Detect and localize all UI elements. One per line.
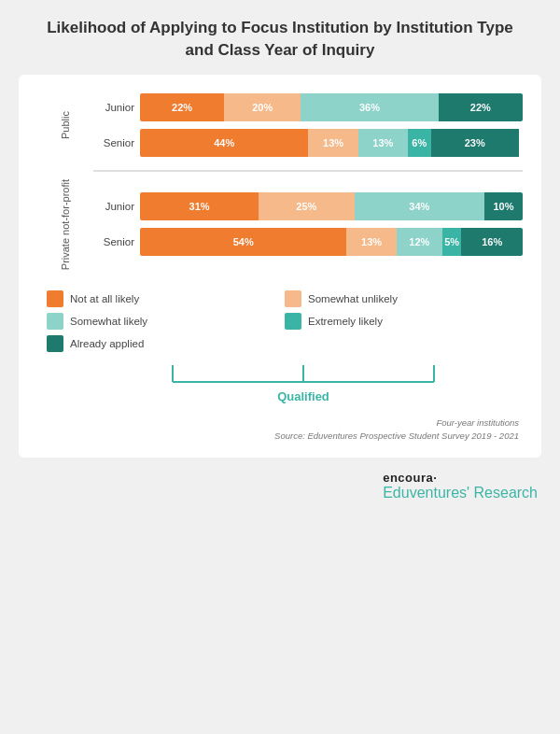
segment-0-0-4: 22% <box>439 93 523 121</box>
row-label-0-0: Junior <box>93 102 134 113</box>
legend-swatch-4 <box>47 335 63 352</box>
chart-group-0: PublicJunior22%20%36%22%Senior44%13%13%6… <box>37 93 523 157</box>
bar-0-1: 44%13%13%6%23% <box>140 129 523 157</box>
footer: encoura· Eduventures' Research <box>19 471 541 501</box>
legend-swatch-3 <box>285 313 301 330</box>
segment-0-1-0: 44% <box>140 129 308 157</box>
legend: Not at all likelySomewhat unlikelySomewh… <box>37 290 523 352</box>
bar-row-0-1: Senior44%13%13%6%23% <box>93 129 523 157</box>
legend-label-3: Extremely likely <box>308 316 383 327</box>
title-area: Likelihood of Applying to Focus Institut… <box>0 0 560 71</box>
chart-area: PublicJunior22%20%36%22%Senior44%13%13%6… <box>37 93 523 275</box>
card: PublicJunior22%20%36%22%Senior44%13%13%6… <box>19 75 541 459</box>
bar-row-1-1: Senior54%13%12%5%16% <box>93 228 523 256</box>
legend-label-4: Already applied <box>70 338 144 349</box>
legend-label-0: Not at all likely <box>70 293 139 304</box>
segment-1-1-1: 13% <box>346 228 396 256</box>
chart-group-1: Private not-for-profitJunior31%25%34%10%… <box>37 179 523 270</box>
segment-0-1-1: 13% <box>308 129 357 157</box>
segment-1-0-1: 25% <box>259 192 355 220</box>
segment-1-0-2: 34% <box>355 192 484 220</box>
legend-item-2: Somewhat likely <box>47 313 275 330</box>
legend-item-4: Already applied <box>47 335 275 352</box>
bracket-svg <box>93 361 513 388</box>
footer-brand: encoura· Eduventures' Research <box>383 471 538 501</box>
segment-0-1-4: 23% <box>431 129 519 157</box>
bar-row-0-0: Junior22%20%36%22% <box>93 93 523 121</box>
legend-label-2: Somewhat likely <box>70 316 147 327</box>
qualified-label: Qualified <box>93 389 513 403</box>
bar-0-0: 22%20%36%22% <box>140 93 523 121</box>
segment-0-0-2: 36% <box>301 93 439 121</box>
source-note: Four-year institutionsSource: Eduventure… <box>37 416 523 444</box>
brand-bottom: Eduventures' Research <box>383 485 538 501</box>
legend-item-0: Not at all likely <box>47 290 275 307</box>
legend-swatch-1 <box>285 290 301 307</box>
legend-label-1: Somewhat unlikely <box>308 293 398 304</box>
group-divider <box>93 170 523 172</box>
segment-1-1-0: 54% <box>140 228 346 256</box>
bar-row-1-0: Junior31%25%34%10% <box>93 192 523 220</box>
legend-item-1: Somewhat unlikely <box>285 290 513 307</box>
segment-1-0-0: 31% <box>140 192 259 220</box>
legend-swatch-2 <box>47 313 63 330</box>
chart-title: Likelihood of Applying to Focus Institut… <box>37 17 523 62</box>
segment-0-1-3: 6% <box>408 129 431 157</box>
segment-0-1-2: 13% <box>358 129 408 157</box>
segment-0-0-0: 22% <box>140 93 224 121</box>
group-label-0: Public <box>60 111 71 139</box>
row-label-1-0: Junior <box>93 201 134 212</box>
segment-0-0-1: 20% <box>224 93 301 121</box>
row-label-1-1: Senior <box>93 236 134 247</box>
brand-top: encoura· <box>383 471 437 485</box>
bar-1-1: 54%13%12%5%16% <box>140 228 523 256</box>
qualified-area: Qualified <box>37 361 523 403</box>
legend-item-3: Extremely likely <box>285 313 513 330</box>
row-label-0-1: Senior <box>93 137 134 148</box>
segment-1-0-4: 10% <box>484 192 523 220</box>
legend-swatch-0 <box>47 290 63 307</box>
segment-1-1-4: 16% <box>461 228 523 256</box>
segment-1-1-2: 12% <box>397 228 442 256</box>
group-label-1: Private not-for-profit <box>60 179 71 270</box>
segment-1-1-3: 5% <box>442 228 462 256</box>
bar-1-0: 31%25%34%10% <box>140 192 523 220</box>
